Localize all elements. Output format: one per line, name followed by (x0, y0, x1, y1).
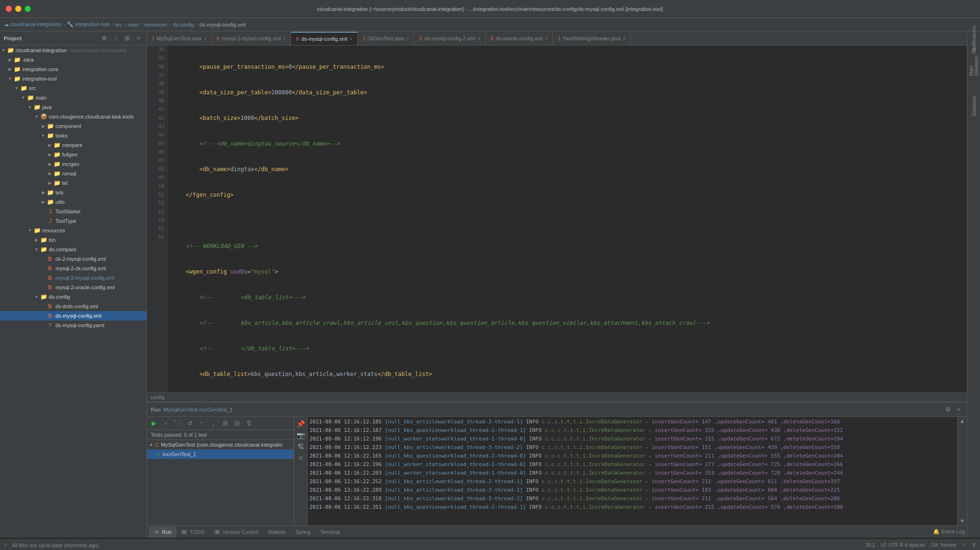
right-panel-icon-3[interactable]: Main Validation (968, 60, 980, 71)
breadcrumb-cloudcanal[interactable]: ☁ cloudcanal-integration (4, 21, 62, 28)
tree-item-ds-mysql-config-yaml[interactable]: Yds-mysql-config.yaml (0, 321, 146, 330)
breadcrumb-src[interactable]: src (115, 22, 122, 28)
pin-icon[interactable]: 📌 (296, 419, 306, 429)
tree-item-runsql[interactable]: ▶📁runsql (0, 169, 146, 178)
tab-mysqlgentest[interactable]: J MySqlGenTest.java × (147, 32, 212, 45)
camera-icon[interactable]: 📷 (296, 430, 306, 440)
expand-all-button[interactable]: ⊞ (220, 418, 230, 429)
sort-icon[interactable]: ↕ (111, 34, 120, 43)
xml-icon: X (419, 36, 422, 41)
tree-item-ds-mysql-config-xml[interactable]: 🗎ds-mysql-config.xml (0, 311, 146, 321)
tree-item-tel[interactable]: ▶📁tel (0, 178, 146, 188)
tree-item--idea[interactable]: ▶📁.idea (0, 55, 146, 64)
tab-dsmysql[interactable]: X ds-mysql-config.xml × (291, 32, 358, 45)
footer-tab-statistic[interactable]: Statistic (263, 526, 291, 538)
tree-item-utils[interactable]: ▶📁utils (0, 197, 146, 207)
tree-item-integration-core[interactable]: ▶📁integration-core (0, 64, 146, 74)
vcs-check-icon: ✓ (962, 542, 966, 548)
tree-item-bin[interactable]: ▶📁bin (0, 235, 146, 245)
run-tree: ▼ C MySqlGenTest (com.clougence.cloudcan… (147, 440, 294, 459)
breadcrumb-resources[interactable]: resources (145, 22, 167, 28)
run-tree-class[interactable]: ▼ C MySqlGenTest (com.clougence.cloudcan… (147, 440, 293, 449)
tab-close-icon[interactable]: × (407, 36, 409, 41)
tab-dsoracle[interactable]: X ds-oracle-config.xml × (486, 32, 553, 45)
filter2-icon[interactable]: ≡ (296, 453, 306, 463)
rerun-button[interactable]: ↺ (184, 418, 195, 429)
event-log-icon[interactable]: 🔔 Event Log (933, 529, 965, 535)
close-run-icon[interactable]: × (954, 405, 963, 414)
footer-tab-terminal[interactable]: Terminal (315, 526, 345, 538)
footer-tab-spring[interactable]: Spring (291, 526, 316, 538)
tree-item-cloudcanal-integration[interactable]: ▼📁cloudcanal-integration ~/source/produc… (0, 46, 146, 55)
tree-item-resources[interactable]: ▼📁resources (0, 226, 146, 235)
tab-mysql2mysql[interactable]: X mysql-2-mysql-config.xml × (212, 32, 291, 45)
run-debug-button[interactable]: ✓ (161, 418, 171, 429)
tree-item-com-clougence-cloudcanal-task-tools[interactable]: ▼📦com.clougence.cloudcanal.task.tools (0, 112, 146, 121)
tab-close-icon[interactable]: × (623, 36, 626, 41)
tree-item-src[interactable]: ▼📁src (0, 83, 146, 93)
code-content[interactable]: <pause_per_transaction_ms>0</pause_per_t… (168, 46, 967, 393)
tree-item-mysql-2-oracle-config-xml[interactable]: 🗎mysql-2-oracle-config.xml (0, 283, 146, 292)
scroll-up-icon[interactable]: ▲ (960, 418, 965, 424)
tab-close-icon[interactable]: × (283, 36, 286, 41)
tab-dsmysql2[interactable]: X ds-mysql-config-2.xml × (414, 32, 485, 45)
tree-item-ToolStarter[interactable]: JToolStarter (0, 207, 146, 216)
tab-close-icon[interactable]: × (478, 36, 481, 41)
stop-button[interactable]: ⬛ (172, 418, 183, 429)
footer-tab-vcs[interactable]: 9 Version Control (209, 526, 263, 538)
run-button[interactable]: ▶ (149, 418, 159, 429)
tree-item-integration-tool[interactable]: ▼📁integration-tool (0, 74, 146, 83)
footer-tab-run[interactable]: 4 Run (149, 526, 176, 538)
tab-close-icon[interactable]: × (204, 36, 207, 41)
minimize-button[interactable] (15, 6, 21, 12)
right-panel-icon-4[interactable]: Database (968, 101, 980, 112)
expand-icon[interactable]: ⊞ (123, 34, 131, 43)
footer-tab-todo[interactable]: 6 TODO (176, 526, 209, 538)
tab-close-icon[interactable]: × (545, 36, 548, 41)
tree-item-compare[interactable]: ▶📁compare (0, 140, 146, 150)
git-branch[interactable]: Git: fornew (931, 542, 956, 548)
tree-item-mysql-2-mysql-config-xml[interactable]: 🗎mysql-2-mysql-config.xml (0, 273, 146, 283)
encoding-status[interactable]: LF UTF-8 4 spaces (881, 542, 926, 548)
log-line: 2021-08-06 12:16:12.196 [null_worker_sta… (309, 435, 955, 443)
cursor-position[interactable]: 28:1 (865, 542, 875, 548)
tree-item-fullgen[interactable]: ▶📁fullgen (0, 150, 146, 159)
tree-item-ToolType[interactable]: JToolType (0, 216, 146, 226)
tree-item-ds-config[interactable]: ▼📁ds-config (0, 292, 146, 302)
scroll-down-icon[interactable]: ▼ (960, 518, 965, 524)
sort-run-button[interactable]: ⇅ (244, 418, 254, 429)
tab-close-icon[interactable]: × (350, 37, 353, 42)
tree-item-component[interactable]: ▶📁component (0, 121, 146, 131)
tree-item-incrgen[interactable]: ▶📁incrgen (0, 159, 146, 169)
tree-item-mysql-2-ck-config-xml[interactable]: 🗎mysql-2-ck-config.xml (0, 264, 146, 273)
filter-button[interactable]: ⊟ (232, 418, 242, 429)
settings-run-icon[interactable]: ⚙ (944, 405, 953, 414)
close-button[interactable] (6, 6, 12, 12)
tree-item-java[interactable]: ▼📁java (0, 102, 146, 112)
tab-yamlsettings[interactable]: J YamlSettingsReader.java × (553, 32, 631, 45)
breadcrumb-main[interactable]: main (127, 22, 139, 28)
java-icon: J (152, 36, 154, 41)
status-right: 🔔 Event Log (933, 529, 965, 535)
tree-item-ck-2-mysql-config-xml[interactable]: 🗎ck-2-mysql-config.xml (0, 254, 146, 264)
breadcrumb-ds-config[interactable]: ds-config (173, 22, 194, 28)
run-tree-test[interactable]: ✓ incrGenTest_1 (147, 449, 293, 459)
structure-icon[interactable]: 🏗 (296, 441, 306, 452)
run-config-name[interactable]: MySqlGenTest.incrGenTest_1 (163, 407, 233, 412)
log-line: 2021-08-06 12:16:12.185 [null_kbs_articl… (309, 418, 955, 426)
right-panel-icon-1[interactable]: Notifications (968, 33, 980, 45)
maximize-button[interactable] (25, 6, 31, 12)
breadcrumb-tool[interactable]: 🔧 integration-tool (67, 21, 109, 28)
footer-tabs: 4 Run 6 TODO 9 Version Control Statistic… (147, 525, 967, 538)
settings-icon[interactable]: ⚙ (100, 34, 109, 43)
prev-button[interactable]: ↑ (196, 418, 207, 429)
bottom-panel: Run: MySqlGenTest.incrGenTest_1 ⚙ × ▶ ✓ … (147, 402, 967, 525)
tree-item-main[interactable]: ▼📁main (0, 93, 146, 102)
tab-ckgentest[interactable]: J CkGenTest.java × (358, 32, 415, 45)
tree-item-ds-compare[interactable]: ▼📁ds-compare (0, 245, 146, 254)
tree-item-tels[interactable]: ▶📁tels (0, 188, 146, 197)
tree-item-tasks[interactable]: ▼📁tasks (0, 131, 146, 140)
next-button[interactable]: ↓ (208, 418, 218, 429)
close-sidebar-icon[interactable]: × (134, 34, 143, 43)
tree-item-ds-drds-config-xml[interactable]: 🗎ds-drds-config.xml (0, 302, 146, 311)
